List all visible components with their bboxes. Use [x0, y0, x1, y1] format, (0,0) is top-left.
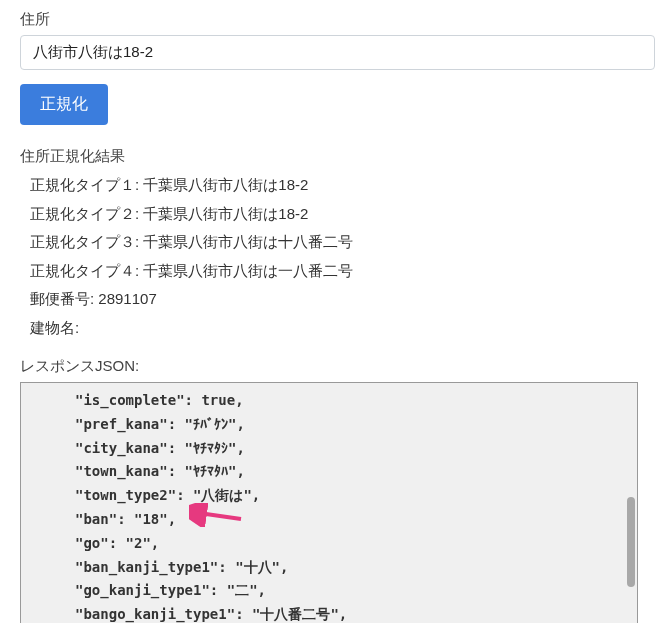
result-line: 郵便番号: 2891107	[30, 288, 655, 311]
response-json-title: レスポンスJSON:	[20, 357, 655, 376]
result-line: 正規化タイプ１: 千葉県八街市八街は18-2	[30, 174, 655, 197]
result-label: 郵便番号:	[30, 290, 94, 307]
response-json-content: "is_complete": true, "pref_kana": "ﾁﾊﾞｹﾝ…	[21, 383, 637, 623]
address-input[interactable]	[20, 35, 655, 70]
normalize-button[interactable]: 正規化	[20, 84, 108, 125]
result-label: 正規化タイプ２:	[30, 205, 139, 222]
result-line: 正規化タイプ４: 千葉県八街市八街は一八番二号	[30, 260, 655, 283]
result-line: 建物名:	[30, 317, 655, 340]
result-label: 正規化タイプ１:	[30, 176, 139, 193]
result-value: 千葉県八街市八街は十八番二号	[143, 233, 353, 250]
result-line: 正規化タイプ３: 千葉県八街市八街は十八番二号	[30, 231, 655, 254]
scrollbar-thumb[interactable]	[627, 497, 635, 587]
result-value: 千葉県八街市八街は18-2	[143, 176, 308, 193]
response-json-box: "is_complete": true, "pref_kana": "ﾁﾊﾞｹﾝ…	[20, 382, 638, 623]
address-label: 住所	[20, 10, 655, 29]
results-block: 正規化タイプ１: 千葉県八街市八街は18-2 正規化タイプ２: 千葉県八街市八街…	[20, 174, 655, 339]
result-label: 建物名:	[30, 319, 79, 336]
result-value: 千葉県八街市八街は18-2	[143, 205, 308, 222]
result-value: 千葉県八街市八街は一八番二号	[143, 262, 353, 279]
result-label: 正規化タイプ４:	[30, 262, 139, 279]
results-section-title: 住所正規化結果	[20, 147, 655, 166]
scrollbar-track[interactable]	[625, 385, 635, 623]
result-value: 2891107	[98, 290, 156, 307]
result-line: 正規化タイプ２: 千葉県八街市八街は18-2	[30, 203, 655, 226]
result-label: 正規化タイプ３:	[30, 233, 139, 250]
